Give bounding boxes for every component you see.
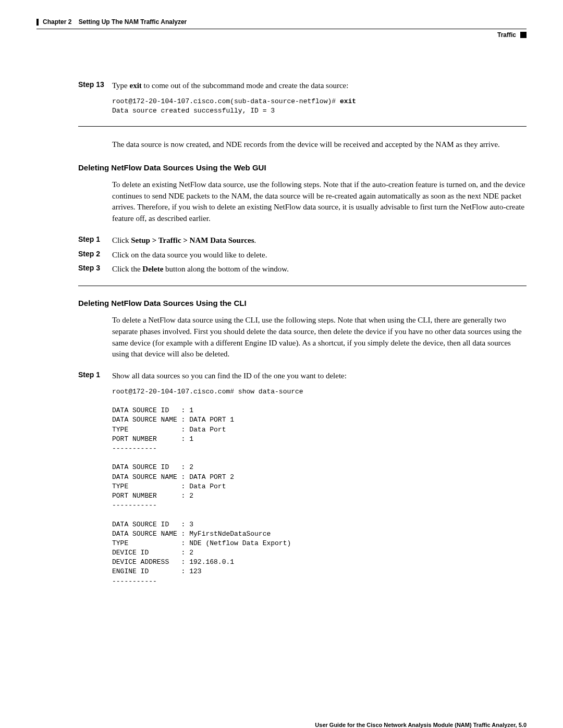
divider xyxy=(78,126,527,127)
step-label: Step 13 xyxy=(78,80,112,89)
text: to come out of the subcommand mode and c… xyxy=(142,81,349,90)
step-3-webgui: Step 3 Click the Delete button along the… xyxy=(78,264,527,275)
step-label: Step 1 xyxy=(78,235,112,243)
text: Type xyxy=(112,81,130,90)
step-13: Step 13 Type exit to come out of the sub… xyxy=(78,80,527,116)
section-intro: To delete a NetFlow data source using th… xyxy=(112,315,527,360)
chapter-title: Setting Up The NAM Traffic Analyzer xyxy=(79,18,187,26)
code-prompt: root@172-20-104-107.cisco.com(sub-data-s… xyxy=(112,97,340,105)
code-output: Data source created successfully, ID = 3 xyxy=(112,107,275,115)
step-body: Click Setup > Traffic > NAM Data Sources… xyxy=(112,235,527,246)
step-1-cli: Step 1 Show all data sources so you can … xyxy=(78,371,527,586)
code-cmd: exit xyxy=(340,97,356,105)
chapter-heading: Chapter 2 Setting Up The NAM Traffic Ana… xyxy=(36,18,187,26)
text: Show all data sources so you can find th… xyxy=(112,372,347,380)
text: button along the bottom of the window. xyxy=(163,265,289,273)
guide-title: User Guide for the Cisco Network Analysi… xyxy=(36,722,527,728)
chapter-label: Chapter 2 xyxy=(43,18,71,26)
section-label: Traffic xyxy=(497,31,516,39)
paragraph: The data source is now created, and NDE … xyxy=(112,139,527,151)
cmd-bold: exit xyxy=(130,81,142,90)
section-heading-cli: Deleting NetFlow Data Sources Using the … xyxy=(78,299,527,307)
text: Click the xyxy=(112,265,142,273)
text: . xyxy=(254,236,256,244)
step-label: Step 2 xyxy=(78,250,112,258)
page-header: Chapter 2 Setting Up The NAM Traffic Ana… xyxy=(36,18,527,26)
step-label: Step 1 xyxy=(78,371,112,379)
code-block: root@172-20-104-107.cisco.com(sub-data-s… xyxy=(112,97,527,116)
header-bar-icon xyxy=(36,19,39,26)
step-body: Type exit to come out of the subcommand … xyxy=(112,80,527,116)
section-header: Traffic xyxy=(36,29,527,39)
step-body: Click on the data source you would like … xyxy=(112,250,527,261)
section-intro: To delete an existing NetFlow data sourc… xyxy=(112,179,527,225)
step-2-webgui: Step 2 Click on the data source you woul… xyxy=(78,250,527,261)
step-body: Show all data sources so you can find th… xyxy=(112,371,527,586)
divider xyxy=(78,286,527,286)
bold-path: Setup > Traffic > NAM Data Sources xyxy=(131,236,254,244)
code-block: root@172-20-104-107.cisco.com# show data… xyxy=(112,387,527,586)
step-1-webgui: Step 1 Click Setup > Traffic > NAM Data … xyxy=(78,235,527,246)
section-marker-icon xyxy=(520,32,527,38)
bold-delete: Delete xyxy=(142,265,163,273)
section-heading-web-gui: Deleting NetFlow Data Sources Using the … xyxy=(78,163,527,172)
step-label: Step 3 xyxy=(78,264,112,272)
footer-title-row: User Guide for the Cisco Network Analysi… xyxy=(36,722,527,728)
step-body: Click the Delete button along the bottom… xyxy=(112,264,527,275)
text: Click xyxy=(112,236,131,244)
